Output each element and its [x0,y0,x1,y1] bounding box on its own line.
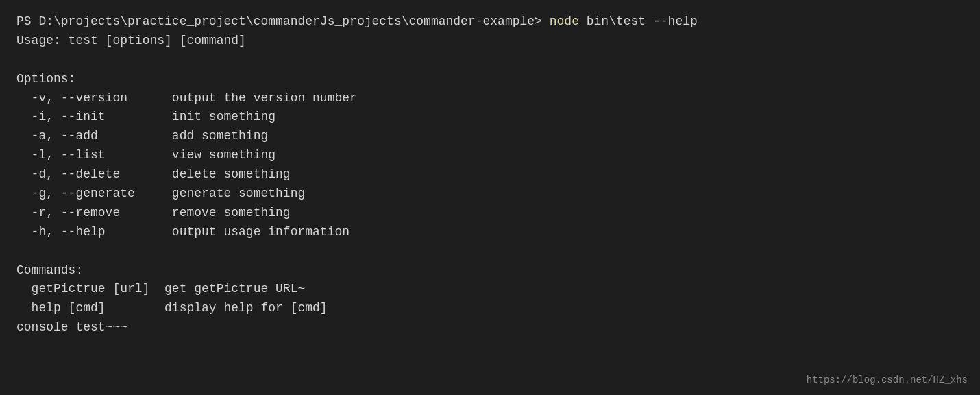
empty-line-1 [16,51,964,70]
option-generate: -g, --generate generate something [16,184,964,204]
usage-line: Usage: test [options] [command] [16,32,964,51]
commands-header: Commands: [16,261,964,280]
watermark: https://blog.csdn.net/HZ_xhs [807,374,968,385]
command-rest: bin\test --help [579,14,698,28]
prompt-prefix: PS D:\projects\practice_project\commande… [16,14,550,28]
option-version: -v, --version output the version number [16,89,964,108]
option-add: -a, --add add something [16,127,964,146]
option-help: -h, --help output usage information [16,223,964,242]
command-getpictrue: getPictrue [url] get getPictrue URL~ [16,280,964,299]
node-command: node [550,14,579,28]
prompt-line: PS D:\projects\practice_project\commande… [16,12,964,32]
option-init: -i, --init init something [16,108,964,127]
empty-line-2 [16,242,964,261]
option-list: -l, --list view something [16,146,964,165]
last-line: console test~~~ [16,318,964,337]
option-remove: -r, --remove remove something [16,204,964,223]
command-help: help [cmd] display help for [cmd] [16,299,964,318]
options-header: Options: [16,70,964,89]
option-delete: -d, --delete delete something [16,165,964,184]
terminal-window: PS D:\projects\practice_project\commande… [0,0,980,395]
